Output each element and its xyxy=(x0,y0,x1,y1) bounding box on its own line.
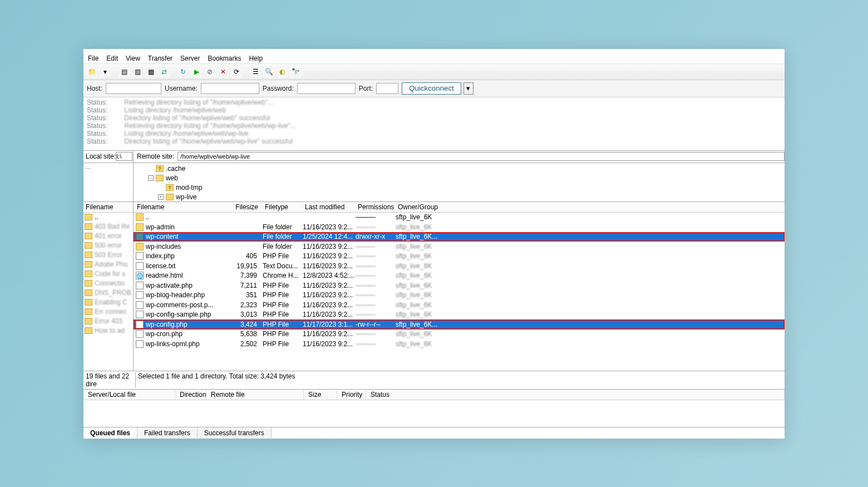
local-list-item[interactable]: 403 Bad Re xyxy=(83,222,133,232)
folder-icon xyxy=(136,213,144,221)
queue-col-size[interactable]: Size xyxy=(304,390,337,400)
col-permissions[interactable]: Permissions xyxy=(354,203,394,211)
local-list-item[interactable]: 503 Error xyxy=(83,250,133,260)
remote-list-row[interactable]: wp-comments-post.p...2,323PHP File11/16/… xyxy=(134,300,785,310)
quickconnect-dropdown[interactable]: ▾ xyxy=(463,82,474,95)
local-file-list[interactable]: Filename ..403 Bad Re401 error500 error5… xyxy=(83,202,134,371)
remote-rows[interactable]: ..———sftp_live_6Kwp-adminFile folder11/1… xyxy=(134,213,785,371)
tree-item[interactable]: ?mod-tmp xyxy=(138,183,780,193)
file-permissions: ——— xyxy=(356,243,396,250)
menu-file[interactable]: File xyxy=(88,55,98,62)
host-input[interactable] xyxy=(106,83,161,94)
local-list-item[interactable]: Connectio xyxy=(83,279,133,288)
queue-tab[interactable]: Queued files xyxy=(83,427,137,439)
remote-list-row[interactable]: ..———sftp_live_6K xyxy=(134,213,785,223)
menu-edit[interactable]: Edit xyxy=(106,55,118,62)
refresh-icon[interactable]: ↻ xyxy=(177,66,189,78)
remote-list-row[interactable]: wp-includesFile folder11/16/2023 9:2...—… xyxy=(134,242,785,252)
queue-col-status[interactable]: Status xyxy=(366,390,785,400)
file-modified: 11/16/2023 9:2... xyxy=(303,340,356,348)
local-list-item[interactable]: Err connec xyxy=(83,307,133,317)
toggle-tree-icon[interactable]: ▥ xyxy=(131,66,144,78)
dropdown-arrow-icon[interactable]: ▾ xyxy=(99,66,111,78)
file-type: PHP File xyxy=(263,301,303,309)
log-status-label: Status: xyxy=(87,99,107,106)
reconnect-icon[interactable]: ⟳ xyxy=(230,66,243,78)
find-icon[interactable]: 🔭 xyxy=(289,66,302,78)
queue-col-priority[interactable]: Priority xyxy=(337,390,366,400)
local-filename-header[interactable]: Filename xyxy=(83,202,133,213)
remote-list-row[interactable]: wp-contentFile folder1/25/2024 12:4...dr… xyxy=(134,232,785,242)
queue-tab[interactable]: Failed transfers xyxy=(137,427,198,439)
file-modified: 11/16/2023 9:2... xyxy=(303,243,356,250)
local-list-item[interactable]: Adobe Pho xyxy=(83,260,133,269)
remote-site-input[interactable] xyxy=(177,152,785,161)
local-site-input[interactable] xyxy=(116,152,132,161)
file-permissions: ——— xyxy=(356,223,396,231)
remote-list-row[interactable]: 🌐readme.html7,399Chrome H...12/8/2023 4:… xyxy=(134,271,785,281)
file-name: wp-links-opml.php xyxy=(146,340,200,348)
search-icon[interactable]: 🔍 xyxy=(263,66,275,78)
col-modified[interactable]: Last modified xyxy=(302,203,354,211)
compare-icon[interactable]: ◐ xyxy=(276,66,288,78)
local-status: 19 files and 22 dire xyxy=(86,372,136,388)
local-list-item[interactable]: Enabling C xyxy=(83,298,133,307)
sync-browse-icon[interactable]: ⇄ xyxy=(158,66,170,78)
toggle-log-icon[interactable]: ▤ xyxy=(118,66,130,78)
local-list-item[interactable]: How to ad xyxy=(83,326,133,336)
folder-icon xyxy=(85,318,92,324)
local-list-item[interactable]: DNS_PROB xyxy=(83,288,133,298)
remote-list-row[interactable]: wp-links-opml.php2,502PHP File11/16/2023… xyxy=(134,339,785,349)
process-queue-icon[interactable]: ▶ xyxy=(190,66,203,78)
remote-list-row[interactable]: index.php405PHP File11/16/2023 9:2...———… xyxy=(134,252,785,262)
disconnect-icon[interactable]: ✕ xyxy=(217,66,229,78)
col-filetype[interactable]: Filetype xyxy=(262,203,302,211)
queue-col-remote[interactable]: Remote file xyxy=(206,390,304,400)
queue-tab[interactable]: Successful transfers xyxy=(198,427,272,439)
local-list-item[interactable]: Code for s xyxy=(83,269,133,279)
remote-list-row[interactable]: wp-config.php3,424PHP File11/17/2023 3:1… xyxy=(134,319,785,329)
doc-icon xyxy=(136,262,144,270)
menu-transfer[interactable]: Transfer xyxy=(148,55,172,62)
col-filesize[interactable]: Filesize xyxy=(228,203,262,211)
local-site: Local site: xyxy=(83,151,134,163)
password-input[interactable] xyxy=(297,83,356,94)
col-filename[interactable]: Filename xyxy=(134,203,228,211)
filter-icon[interactable]: ☰ xyxy=(249,66,262,78)
folder-icon xyxy=(85,242,92,249)
col-owner[interactable]: Owner/Group xyxy=(394,203,450,211)
log-pane: Status:Retrieving directory listing of "… xyxy=(83,97,785,151)
menu-bookmarks[interactable]: Bookmarks xyxy=(208,55,241,62)
file-owner: sftp_live_6K xyxy=(396,282,451,289)
local-list-item[interactable]: 401 error xyxy=(83,232,133,241)
local-list-item[interactable]: 500 error xyxy=(83,241,133,250)
remote-tree[interactable]: ?.cache−web?mod-tmp+wp-live xyxy=(134,163,785,201)
quickconnect-button[interactable]: Quickconnect xyxy=(402,82,461,95)
file-owner: sftp_live_6K xyxy=(396,330,451,338)
remote-list-row[interactable]: wp-activate.php7,211PHP File11/16/2023 9… xyxy=(134,281,785,291)
remote-list-row[interactable]: wp-adminFile folder11/16/2023 9:2...———s… xyxy=(134,222,785,232)
menu-view[interactable]: View xyxy=(126,55,140,62)
queue-col-direction[interactable]: Direction xyxy=(175,390,206,400)
site-manager-icon[interactable]: 📁 xyxy=(86,66,98,78)
tree-item[interactable]: ?.cache xyxy=(138,164,780,174)
remote-list-row[interactable]: wp-blog-header.php351PHP File11/16/2023 … xyxy=(134,291,785,301)
file-size: 3,424 xyxy=(229,321,263,328)
remote-list-row[interactable]: wp-cron.php5,638PHP File11/16/2023 9:2..… xyxy=(134,329,785,340)
remote-list-row[interactable]: wp-config-sample.php3,013PHP File11/16/2… xyxy=(134,310,785,320)
menu-server[interactable]: Server xyxy=(180,55,200,62)
tree-item[interactable]: −web xyxy=(138,174,780,183)
menu-bar: FileEditViewTransferServerBookmarksHelp xyxy=(83,53,785,64)
tree-item[interactable]: +wp-live xyxy=(138,193,780,202)
menu-help[interactable]: Help xyxy=(249,55,263,62)
local-list-item[interactable]: .. xyxy=(83,213,133,222)
local-list-item[interactable]: Error 403 xyxy=(83,317,133,326)
toggle-queue-icon[interactable]: ▦ xyxy=(145,66,157,78)
file-modified: 11/16/2023 9:2... xyxy=(303,262,356,270)
remote-list-row[interactable]: license.txt19,915Text Docu...11/16/2023 … xyxy=(134,261,785,271)
queue-col-server[interactable]: Server/Local file xyxy=(83,390,175,400)
username-input[interactable] xyxy=(201,83,259,94)
cancel-icon[interactable]: ⊘ xyxy=(204,66,216,78)
local-tree[interactable]: — xyxy=(83,163,134,201)
port-input[interactable] xyxy=(376,83,398,94)
